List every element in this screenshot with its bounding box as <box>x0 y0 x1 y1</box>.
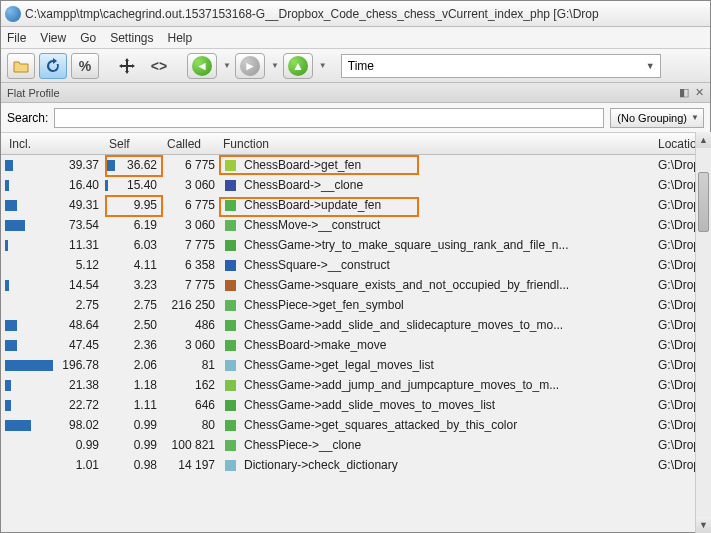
search-label: Search: <box>7 111 48 125</box>
table-row[interactable]: 2.752.75216 250ChessPiece->get_fen_symbo… <box>1 295 710 315</box>
self-value: 1.18 <box>134 378 157 392</box>
table-row[interactable]: 39.3736.626 775ChessBoard->get_fenG:\Dro… <box>1 155 710 175</box>
called-value: 7 775 <box>163 275 219 295</box>
undock-icon[interactable]: ◧ <box>679 86 689 99</box>
called-value: 162 <box>163 375 219 395</box>
table-row[interactable]: 11.316.037 775ChessGame->try_to_make_squ… <box>1 235 710 255</box>
self-value: 6.03 <box>134 238 157 252</box>
incl-value: 22.72 <box>69 398 99 412</box>
menu-view[interactable]: View <box>40 31 66 45</box>
search-input[interactable] <box>54 108 604 128</box>
self-value: 2.50 <box>134 318 157 332</box>
col-self[interactable]: Self <box>105 133 163 154</box>
open-folder-button[interactable] <box>7 53 35 79</box>
move-icon[interactable] <box>113 53 141 79</box>
self-value: 2.36 <box>134 338 157 352</box>
incl-value: 14.54 <box>69 278 99 292</box>
percent-button[interactable]: % <box>71 53 99 79</box>
col-incl[interactable]: Incl. <box>5 133 105 154</box>
color-swatch-icon <box>225 400 236 411</box>
function-name: ChessBoard->get_fen <box>244 158 361 172</box>
chevron-down-icon[interactable]: ▼ <box>319 61 327 70</box>
table-row[interactable]: 14.543.237 775ChessGame->square_exists_a… <box>1 275 710 295</box>
menu-file[interactable]: File <box>7 31 26 45</box>
nav-up-button[interactable]: ▲ <box>283 53 313 79</box>
table-row[interactable]: 47.452.363 060ChessBoard->make_moveG:\Dr… <box>1 335 710 355</box>
scroll-down-icon[interactable]: ▼ <box>696 517 711 533</box>
color-swatch-icon <box>225 460 236 471</box>
table-row[interactable]: 1.010.9814 197Dictionary->check_dictiona… <box>1 455 710 475</box>
self-value: 1.11 <box>134 398 157 412</box>
color-swatch-icon <box>225 440 236 451</box>
chevron-down-icon[interactable]: ▼ <box>271 61 279 70</box>
self-value: 4.11 <box>134 258 157 272</box>
scroll-up-icon[interactable]: ▲ <box>696 132 711 148</box>
function-name: ChessGame->square_exists_and_not_occupie… <box>244 278 569 292</box>
called-value: 216 250 <box>163 295 219 315</box>
nav-forward-button[interactable]: ► <box>235 53 265 79</box>
self-value: 36.62 <box>127 158 157 172</box>
menu-help[interactable]: Help <box>168 31 193 45</box>
metric-select[interactable]: Time <box>341 54 661 78</box>
called-value: 3 060 <box>163 335 219 355</box>
self-value: 0.98 <box>134 458 157 472</box>
self-value: 6.19 <box>134 218 157 232</box>
incl-value: 47.45 <box>69 338 99 352</box>
called-value: 100 821 <box>163 435 219 455</box>
function-name: ChessGame->get_squares_attacked_by_this_… <box>244 418 517 432</box>
menu-bar: File View Go Settings Help <box>1 27 710 49</box>
incl-value: 98.02 <box>69 418 99 432</box>
color-swatch-icon <box>225 380 236 391</box>
function-name: ChessPiece->__clone <box>244 438 361 452</box>
table-row[interactable]: 5.124.116 358ChessSquare->__constructG:\… <box>1 255 710 275</box>
app-icon <box>5 6 21 22</box>
chevron-down-icon[interactable]: ▼ <box>223 61 231 70</box>
called-value: 486 <box>163 315 219 335</box>
profile-table: Incl. Self Called Function Locatio 39.37… <box>1 133 710 475</box>
scroll-thumb[interactable] <box>698 172 709 232</box>
function-name: ChessBoard->__clone <box>244 178 363 192</box>
function-name: ChessBoard->update_fen <box>244 198 381 212</box>
close-panel-icon[interactable]: ✕ <box>695 86 704 99</box>
table-row[interactable]: 16.4015.403 060ChessBoard->__cloneG:\Dro… <box>1 175 710 195</box>
color-swatch-icon <box>225 240 236 251</box>
menu-go[interactable]: Go <box>80 31 96 45</box>
self-value: 2.06 <box>134 358 157 372</box>
function-name: Dictionary->check_dictionary <box>244 458 398 472</box>
function-name: ChessGame->add_slide_and_slidecapture_mo… <box>244 318 563 332</box>
called-value: 6 358 <box>163 255 219 275</box>
incl-value: 196.78 <box>62 358 99 372</box>
self-value: 0.99 <box>134 418 157 432</box>
table-row[interactable]: 49.319.956 775ChessBoard->update_fenG:\D… <box>1 195 710 215</box>
diamond-button[interactable]: <> <box>145 53 173 79</box>
color-swatch-icon <box>225 200 236 211</box>
col-called[interactable]: Called <box>163 133 219 154</box>
function-name: ChessGame->add_jump_and_jumpcapture_move… <box>244 378 559 392</box>
incl-value: 49.31 <box>69 198 99 212</box>
grouping-select[interactable]: (No Grouping) <box>610 108 704 128</box>
vertical-scrollbar[interactable]: ▲ ▼ <box>695 132 711 533</box>
self-value: 2.75 <box>134 298 157 312</box>
panel-title: Flat Profile <box>7 87 60 99</box>
function-name: ChessSquare->__construct <box>244 258 390 272</box>
incl-value: 39.37 <box>69 158 99 172</box>
table-row[interactable]: 22.721.11646ChessGame->add_slide_moves_t… <box>1 395 710 415</box>
menu-settings[interactable]: Settings <box>110 31 153 45</box>
table-row[interactable]: 48.642.50486ChessGame->add_slide_and_sli… <box>1 315 710 335</box>
incl-value: 21.38 <box>69 378 99 392</box>
color-swatch-icon <box>225 220 236 231</box>
table-row[interactable]: 196.782.0681ChessGame->get_legal_moves_l… <box>1 355 710 375</box>
called-value: 6 775 <box>163 195 219 215</box>
incl-value: 11.31 <box>69 238 99 252</box>
metric-select-label: Time <box>348 59 374 73</box>
table-row[interactable]: 98.020.9980ChessGame->get_squares_attack… <box>1 415 710 435</box>
table-row[interactable]: 73.546.193 060ChessMove->__constructG:\D… <box>1 215 710 235</box>
table-row[interactable]: 0.990.99100 821ChessPiece->__cloneG:\Dro… <box>1 435 710 455</box>
incl-value: 73.54 <box>69 218 99 232</box>
reload-button[interactable] <box>39 53 67 79</box>
function-name: ChessPiece->get_fen_symbol <box>244 298 404 312</box>
table-row[interactable]: 21.381.18162ChessGame->add_jump_and_jump… <box>1 375 710 395</box>
nav-back-button[interactable]: ◄ <box>187 53 217 79</box>
col-function[interactable]: Function <box>219 133 654 154</box>
called-value: 81 <box>163 355 219 375</box>
